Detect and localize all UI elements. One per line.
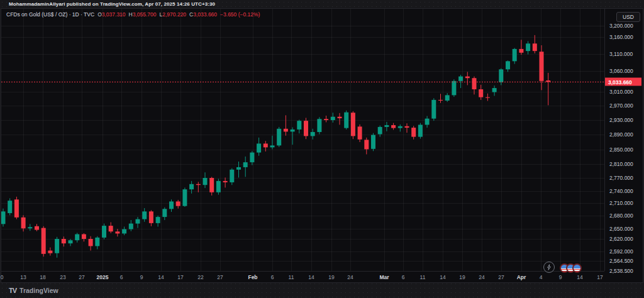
- candle-body: [398, 126, 402, 128]
- price-axis-tick: 3,110.000: [609, 51, 633, 57]
- lightning-icon: [545, 263, 553, 271]
- price-axis-tick: 2,592.000: [609, 248, 633, 255]
- reactions-group[interactable]: [560, 263, 582, 273]
- price-axis-tick: 3,010.000: [609, 89, 633, 95]
- candle-body: [142, 211, 147, 219]
- time-axis-label: 2025: [97, 274, 109, 280]
- price-axis-tick: 2,740.000: [609, 188, 633, 194]
- candle-body: [371, 135, 375, 149]
- candle-body: [486, 97, 490, 98]
- candle-body: [216, 181, 221, 192]
- price-axis-tick: 3,060.000: [609, 68, 633, 74]
- candle-body: [28, 227, 32, 228]
- price-axis-tick: 2,850.000: [609, 146, 633, 153]
- time-axis-label: Mar: [379, 274, 389, 280]
- open-label: O: [97, 11, 102, 18]
- time-axis-label: 27: [217, 274, 223, 280]
- time-axis-label: 17: [597, 274, 602, 280]
- time-axis-label: 9: [559, 274, 562, 280]
- time-axis-label: 0: [1, 274, 4, 280]
- candle-body: [257, 143, 261, 152]
- candle-body: [317, 119, 321, 132]
- time-axis-label: 23: [60, 274, 65, 280]
- close-value: 3,033.660: [193, 11, 217, 18]
- candle-body: [452, 81, 456, 96]
- candle-body: [89, 239, 93, 246]
- candle-body: [526, 43, 530, 51]
- time-axis-label: 13: [20, 274, 26, 280]
- candle-body: [62, 239, 66, 243]
- price-axis-tick: 2,970.000: [609, 102, 633, 109]
- candle-body: [69, 240, 73, 243]
- change-value: −3.650 (−0.12%): [220, 11, 260, 18]
- tradingview-brand[interactable]: TradingView: [19, 287, 58, 294]
- price-axis-tick: 2,564.500: [609, 258, 633, 264]
- candle-body: [236, 167, 241, 170]
- candle-body: [458, 77, 463, 81]
- candle-body: [479, 89, 483, 97]
- publish-bar: MohammadaminAliyari published on Trading…: [0, 0, 644, 8]
- candle-body: [55, 239, 59, 253]
- price-axis-tick: 2,890.000: [609, 131, 633, 138]
- candle-body: [75, 235, 79, 241]
- candle-body: [284, 129, 288, 132]
- candle-body: [42, 228, 46, 254]
- candle-body: [136, 219, 140, 224]
- open-value: 3,037.310: [102, 11, 126, 18]
- candle-body: [445, 95, 450, 101]
- candlestick-chart[interactable]: [1, 9, 604, 271]
- tradingview-logo-icon[interactable]: TV: [9, 287, 16, 294]
- candle-body: [8, 201, 12, 213]
- candle-body: [418, 124, 423, 136]
- candle-body: [176, 201, 180, 206]
- candle-body: [499, 69, 503, 82]
- candle-body: [364, 140, 369, 149]
- candle-body: [156, 217, 160, 223]
- candle-body: [358, 126, 362, 139]
- candle-body: [270, 145, 275, 147]
- candle-body: [102, 226, 106, 238]
- candle-body: [189, 184, 194, 189]
- time-axis-label: 27: [79, 274, 84, 280]
- price-axis-tick: 2,810.000: [609, 161, 633, 167]
- symbol-title[interactable]: CFDs on Gold (US$ / OZ) · 1D · TVC: [6, 11, 94, 18]
- chart-plot-area[interactable]: CFDs on Gold (US$ / OZ) · 1D · TVCO3,037…: [1, 9, 604, 271]
- candle-body: [540, 52, 544, 81]
- price-axis[interactable]: USD 3,033.660 3,200.0003,160.0003,110.00…: [604, 9, 643, 271]
- candle-body: [331, 117, 335, 120]
- candle-body: [277, 129, 281, 146]
- candle-body: [431, 100, 436, 119]
- reaction-emoji-icon[interactable]: [572, 263, 582, 273]
- candle-body: [149, 211, 153, 223]
- candle-body: [14, 199, 19, 218]
- candle-body: [230, 170, 234, 182]
- boost-button[interactable]: [543, 262, 555, 273]
- currency-usd-button[interactable]: USD: [616, 12, 640, 22]
- candle-body: [1, 211, 6, 224]
- candle-body: [182, 189, 187, 206]
- time-axis-label: 18: [40, 274, 45, 280]
- candle-body: [95, 238, 99, 246]
- price-axis-tick: 2,620.000: [609, 236, 633, 242]
- time-axis-label: 6: [271, 274, 274, 280]
- time-axis[interactable]: 01318232720256914172227Feb611141924Mar61…: [1, 271, 604, 282]
- time-axis-label: Feb: [248, 274, 257, 280]
- candle-body: [351, 113, 355, 136]
- time-axis-label: 24: [479, 274, 484, 280]
- candle-body: [82, 235, 86, 239]
- time-axis-label: 6: [120, 274, 123, 280]
- time-axis-label: 9: [140, 274, 143, 280]
- price-axis-tick: 2,930.000: [609, 117, 633, 123]
- candle-body: [250, 153, 254, 163]
- time-axis-label: 22: [197, 274, 203, 280]
- price-axis-tick: 2,680.000: [609, 212, 633, 219]
- candle-body: [162, 209, 167, 217]
- candle-body: [209, 178, 214, 192]
- time-axis-label: 14: [308, 274, 314, 280]
- candle-body: [35, 226, 39, 230]
- candle-body: [297, 121, 301, 130]
- candle-body: [411, 128, 416, 137]
- candle-body: [169, 201, 174, 209]
- candle-body: [304, 121, 308, 136]
- candle-body: [203, 178, 208, 185]
